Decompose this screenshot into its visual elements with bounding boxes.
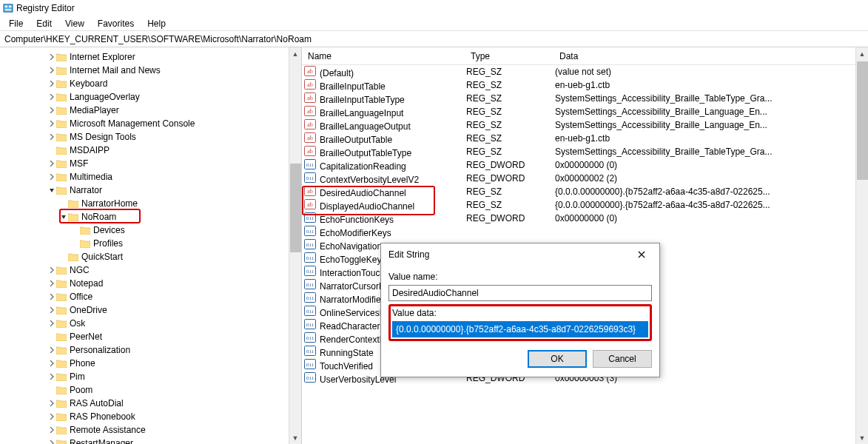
col-header-data[interactable]: Data: [554, 51, 868, 61]
tree-item[interactable]: MS Design Tools: [0, 130, 301, 144]
value-row[interactable]: abDisplayedAudioChannelREG_SZ{0.0.0.0000…: [302, 198, 868, 212]
tree-item[interactable]: Internet Explorer: [0, 50, 301, 64]
tree-item[interactable]: OneDrive: [0, 303, 301, 317]
list-scrollbar[interactable]: ▲ ▼: [855, 47, 868, 444]
tree-item[interactable]: Pim: [0, 370, 301, 383]
tree-item[interactable]: Poom: [0, 383, 301, 397]
chevron-right-icon[interactable]: [47, 92, 56, 101]
tree-item[interactable]: MSF: [0, 157, 301, 170]
tree-scrollbar[interactable]: ▲▼: [289, 47, 301, 444]
menu-file[interactable]: File: [3, 17, 29, 30]
value-name: abBrailleInputTableType: [303, 92, 466, 105]
value-row[interactable]: abBrailleLanguageOutputREG_SZSystemSetti…: [302, 118, 868, 132]
chevron-right-icon[interactable]: [47, 399, 56, 408]
tree-item[interactable]: Profiles: [0, 237, 301, 250]
tree-item[interactable]: RestartManager: [0, 437, 301, 444]
scroll-up-icon[interactable]: ▲: [859, 47, 866, 60]
tree-item[interactable]: Personalization: [0, 343, 301, 357]
svg-text:011: 011: [306, 255, 314, 261]
regedit-icon: [3, 3, 13, 13]
valuedata-input[interactable]: [392, 321, 648, 337]
chevron-right-icon[interactable]: [47, 53, 56, 61]
chevron-right-icon[interactable]: [47, 292, 56, 301]
valuename-input[interactable]: [388, 285, 652, 301]
address-bar[interactable]: Computer\HKEY_CURRENT_USER\SOFTWARE\Micr…: [0, 31, 868, 47]
chevron-right-icon[interactable]: [47, 346, 56, 354]
tree-item[interactable]: MediaPlayer: [0, 104, 301, 117]
tree-item[interactable]: NGC: [0, 263, 301, 277]
value-row[interactable]: 011ContextVerbosityLevelV2REG_DWORD0x000…: [302, 172, 868, 185]
chevron-right-icon[interactable]: [47, 359, 56, 368]
tree-item[interactable]: NarratorHome: [0, 197, 301, 210]
value-row[interactable]: 011EchoFunctionKeysREG_DWORD0x00000000 (…: [302, 212, 868, 225]
tree-item[interactable]: Keyboard: [0, 77, 301, 90]
chevron-right-icon[interactable]: [47, 372, 56, 381]
svg-text:011: 011: [306, 162, 314, 168]
folder-icon: [56, 106, 67, 115]
col-header-type[interactable]: Type: [465, 51, 554, 61]
tree-item[interactable]: PeerNet: [0, 330, 301, 343]
ok-button[interactable]: OK: [528, 350, 587, 368]
dialog-close-button[interactable]: [627, 244, 656, 265]
registry-tree[interactable]: Internet ExplorerInternet Mail and NewsK…: [0, 47, 302, 444]
scroll-down-icon[interactable]: ▼: [859, 431, 866, 444]
chevron-right-icon[interactable]: [47, 79, 56, 88]
svg-text:011: 011: [306, 362, 314, 368]
menu-edit[interactable]: Edit: [30, 17, 58, 30]
tree-item[interactable]: Notepad: [0, 277, 301, 290]
cancel-button[interactable]: Cancel: [593, 350, 652, 368]
value-row[interactable]: abBrailleInputTableTypeREG_SZSystemSetti…: [302, 92, 868, 105]
tree-item[interactable]: Remote Assistance: [0, 423, 301, 437]
value-row[interactable]: abBrailleOutputTableTypeREG_SZSystemSett…: [302, 145, 868, 158]
tree-item[interactable]: RAS AutoDial: [0, 397, 301, 410]
tree-item[interactable]: MSDAIPP: [0, 144, 301, 157]
scroll-up-icon[interactable]: ▲: [292, 47, 299, 60]
chevron-right-icon[interactable]: [47, 266, 56, 275]
chevron-right-icon[interactable]: [47, 172, 56, 181]
tree-item[interactable]: Devices: [0, 223, 301, 237]
dialog-titlebar[interactable]: Edit String: [381, 243, 659, 266]
tree-item[interactable]: Narrator: [0, 184, 301, 197]
svg-rect-1: [5, 6, 8, 8]
value-row[interactable]: abDesiredAudioChannelREG_SZ{0.0.0.000000…: [302, 185, 868, 198]
tree-item[interactable]: Phone: [0, 357, 301, 370]
menu-view[interactable]: View: [59, 17, 90, 30]
tree-item[interactable]: QuickStart: [0, 250, 301, 263]
value-row[interactable]: 011CapitalizationReadingREG_DWORD0x00000…: [302, 158, 868, 172]
tree-item[interactable]: Osk: [0, 317, 301, 330]
chevron-right-icon[interactable]: [47, 412, 56, 421]
chevron-right-icon[interactable]: [47, 279, 56, 288]
chevron-right-icon[interactable]: [47, 132, 56, 141]
value-name: 011EchoModifierKeys: [303, 225, 466, 238]
tree-item-label: RAS Phonebook: [70, 411, 135, 422]
chevron-right-icon[interactable]: [47, 439, 56, 444]
tree-item[interactable]: Microsoft Management Console: [0, 117, 301, 130]
tree-item[interactable]: Internet Mail and News: [0, 64, 301, 77]
chevron-down-icon[interactable]: [47, 186, 56, 195]
address-path: Computer\HKEY_CURRENT_USER\SOFTWARE\Micr…: [4, 34, 312, 44]
menu-help[interactable]: Help: [141, 17, 172, 30]
tree-item[interactable]: Office: [0, 290, 301, 303]
value-row[interactable]: abBrailleOutputTableREG_SZen-ueb-g1.ctb: [302, 132, 868, 145]
chevron-down-icon[interactable]: [59, 212, 68, 221]
chevron-right-icon[interactable]: [47, 159, 56, 168]
menu-favorites[interactable]: Favorites: [92, 17, 140, 30]
list-scrollbar-thumb[interactable]: [857, 61, 868, 180]
chevron-right-icon[interactable]: [47, 306, 56, 314]
chevron-right-icon[interactable]: [47, 66, 56, 75]
tree-scrollbar-thumb[interactable]: [290, 164, 301, 252]
scroll-down-icon[interactable]: ▼: [292, 431, 299, 444]
tree-item[interactable]: RAS Phonebook: [0, 410, 301, 423]
value-row[interactable]: ab(Default)REG_SZ(value not set): [302, 65, 868, 78]
value-row[interactable]: 011EchoModifierKeys: [302, 225, 868, 238]
tree-item[interactable]: LanguageOverlay: [0, 90, 301, 104]
tree-item[interactable]: Multimedia: [0, 170, 301, 184]
chevron-right-icon[interactable]: [47, 319, 56, 328]
col-header-name[interactable]: Name: [302, 51, 465, 61]
value-row[interactable]: abBrailleLanguageInputREG_SZSystemSettin…: [302, 105, 868, 118]
chevron-right-icon[interactable]: [47, 426, 56, 434]
value-row[interactable]: abBrailleInputTableREG_SZen-ueb-g1.ctb: [302, 78, 868, 92]
tree-item[interactable]: NoRoam: [0, 210, 301, 223]
chevron-right-icon[interactable]: [47, 106, 56, 115]
chevron-right-icon[interactable]: [47, 119, 56, 128]
